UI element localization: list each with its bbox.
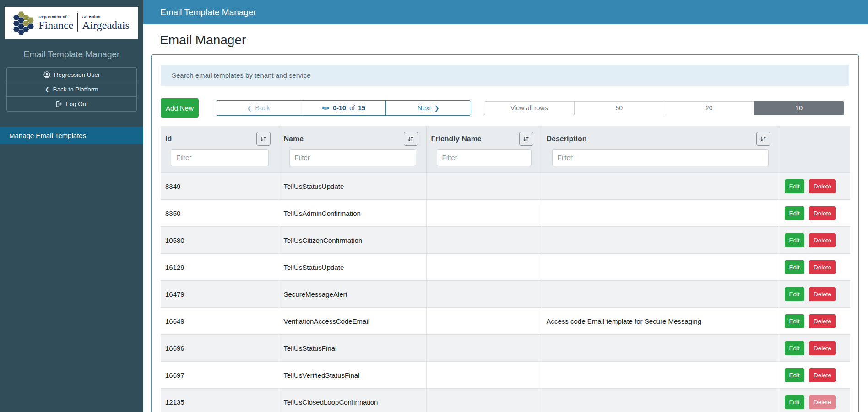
sidebar-nav: Manage Email Templates — [0, 127, 143, 144]
cell-description — [542, 335, 779, 362]
cell-friendly-name — [426, 200, 542, 227]
add-new-button[interactable]: Add New — [161, 98, 199, 118]
cell-id: 16479 — [161, 281, 279, 308]
page-size-10-button[interactable]: 10 — [754, 101, 845, 115]
edit-button[interactable]: Edit — [785, 233, 804, 247]
email-manager-card: Search email templates by tenant and ser… — [151, 54, 859, 412]
pagination-range-total: 15 — [358, 104, 365, 112]
column-header-friendly-name: Friendly Name — [431, 135, 482, 143]
delete-button[interactable]: Delete — [809, 314, 836, 328]
cell-actions: Edit Delete — [779, 173, 850, 200]
sort-amount-icon — [260, 136, 266, 142]
edit-button[interactable]: Edit — [785, 368, 804, 382]
table-row: 10580 TellUsCitizenConfirmation Edit Del… — [161, 227, 850, 254]
cell-description — [542, 173, 779, 200]
top-header-bar: Email Template Manager — [143, 0, 868, 24]
filter-friendly-name-input[interactable] — [437, 149, 532, 166]
table-row: 16129 TellUsStatusUpdate Edit Delete — [161, 254, 850, 281]
chevron-right-icon: ❯ — [434, 105, 439, 111]
regression-user-button[interactable]: Regression User — [7, 68, 136, 82]
table-body: 8349 TellUsStatusUpdate Edit Delete 8350… — [161, 173, 850, 412]
edit-button[interactable]: Edit — [785, 206, 804, 220]
table-row: 16696 TellUsStatusFinal Edit Delete — [161, 335, 850, 362]
filter-name-input[interactable] — [289, 149, 416, 166]
back-to-platform-label: Back to Platform — [53, 86, 98, 93]
table-row: 8349 TellUsStatusUpdate Edit Delete — [161, 173, 850, 200]
cell-name: SecureMessageAlert — [279, 281, 426, 308]
cell-actions: Edit Delete — [779, 200, 850, 227]
cell-description: Access code Email template for Secure Me… — [542, 308, 779, 335]
logout-icon — [55, 101, 62, 107]
sidebar: Department of Finance An Roinn Airgeadai… — [0, 0, 143, 412]
filter-description-input[interactable] — [552, 149, 769, 166]
sort-description-button[interactable] — [756, 132, 770, 146]
edit-button[interactable]: Edit — [785, 314, 804, 328]
cell-name: TellUsVerifiedStatusFinal — [279, 362, 426, 389]
pagination-back-button[interactable]: ❮ Back — [216, 101, 301, 115]
edit-button[interactable]: Edit — [785, 341, 804, 355]
sidebar-app-title: Email Template Manager — [0, 49, 143, 59]
cell-friendly-name — [426, 254, 542, 281]
sort-friendly-name-button[interactable] — [519, 132, 533, 146]
back-to-platform-button[interactable]: ❮ Back to Platform — [7, 82, 136, 96]
page-size-20-button[interactable]: 20 — [664, 101, 754, 115]
cell-description — [542, 389, 779, 412]
pagination-next-label: Next — [418, 104, 431, 112]
logo-airgeadais-text: Airgeadais — [82, 20, 130, 31]
pagination-range-display: 0-10 of 15 — [301, 101, 386, 115]
cell-actions: Edit Delete — [779, 281, 850, 308]
cell-friendly-name — [426, 389, 542, 412]
delete-button[interactable]: Delete — [809, 206, 836, 220]
column-header-actions — [779, 126, 850, 147]
page-size-group: View all rows 50 20 10 — [484, 101, 844, 115]
delete-button[interactable]: Delete — [809, 341, 836, 355]
page-size-50-button[interactable]: 50 — [575, 101, 665, 115]
table-row: 16649 VerifiationAccessCodeEmail Access … — [161, 308, 850, 335]
edit-button[interactable]: Edit — [785, 395, 804, 409]
cell-id: 10580 — [161, 227, 279, 254]
delete-button[interactable]: Delete — [809, 260, 836, 274]
pagination-next-button[interactable]: Next ❯ — [386, 101, 471, 115]
pagination-range-sep: of — [349, 104, 355, 112]
cell-friendly-name — [426, 173, 542, 200]
table-row: 16697 TellUsVerifiedStatusFinal Edit Del… — [161, 362, 850, 389]
sidebar-item-manage-email-templates[interactable]: Manage Email Templates — [0, 127, 143, 144]
cell-name: TellUsStatusFinal — [279, 335, 426, 362]
cell-actions: Edit Delete — [779, 362, 850, 389]
sort-id-button[interactable] — [256, 132, 271, 146]
log-out-label: Log Out — [66, 101, 88, 107]
finance-hexagon-logo-icon — [13, 10, 34, 36]
filter-actions-empty — [779, 147, 850, 173]
page-size-view-all-button[interactable]: View all rows — [484, 101, 575, 115]
chevron-left-icon: ❮ — [247, 105, 252, 111]
edit-button[interactable]: Edit — [785, 287, 804, 301]
cell-description — [542, 362, 779, 389]
cell-description — [542, 227, 779, 254]
table-header: Id — [161, 126, 850, 173]
cell-id: 8349 — [161, 173, 279, 200]
edit-button[interactable]: Edit — [785, 179, 804, 193]
sort-name-button[interactable] — [404, 132, 418, 146]
filter-id-input[interactable] — [171, 149, 269, 166]
log-out-button[interactable]: Log Out — [7, 96, 136, 111]
logo-divider — [77, 13, 78, 32]
table-row: 12135 TellUsClosedLoopConfirmation Edit … — [161, 389, 850, 412]
page-title: Email Manager — [160, 33, 868, 48]
cell-actions: Edit Delete — [779, 254, 850, 281]
cell-actions: Edit Delete — [779, 389, 850, 412]
email-templates-table: Id — [161, 126, 850, 412]
regression-user-label: Regression User — [54, 71, 100, 78]
cell-id: 16697 — [161, 362, 279, 389]
sort-amount-icon — [523, 136, 529, 142]
delete-button[interactable]: Delete — [809, 233, 836, 247]
delete-button[interactable]: Delete — [809, 179, 836, 193]
delete-button[interactable]: Delete — [809, 368, 836, 382]
delete-button[interactable]: Delete — [809, 287, 836, 301]
cell-actions: Edit Delete — [779, 227, 850, 254]
table-row: 8350 TellUsAdminConfirmation Edit Delete — [161, 200, 850, 227]
cell-name: TellUsClosedLoopConfirmation — [279, 389, 426, 412]
cell-name: TellUsAdminConfirmation — [279, 200, 426, 227]
edit-button[interactable]: Edit — [785, 260, 804, 274]
search-hint-banner: Search email templates by tenant and ser… — [161, 65, 849, 86]
delete-button[interactable]: Delete — [809, 395, 836, 409]
